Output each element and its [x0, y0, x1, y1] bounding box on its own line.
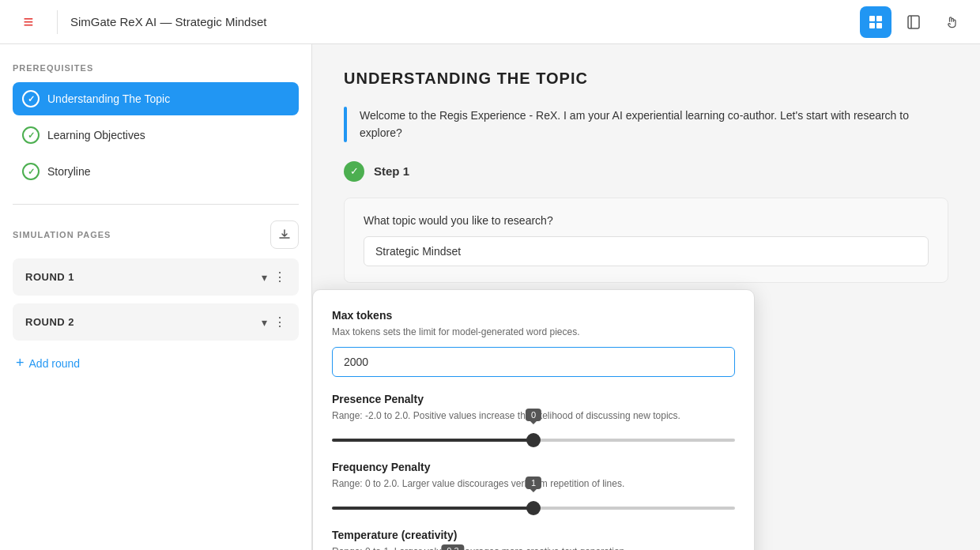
sidebar-divider [13, 204, 299, 205]
presence-slider[interactable] [332, 439, 735, 442]
round2-actions: ▾ ⋮ [262, 315, 286, 330]
sidebar-item-storyline-label: Storyline [47, 165, 90, 178]
book-icon [906, 14, 922, 30]
intro-message: Welcome to the Regis Experience - ReX. I… [344, 107, 948, 142]
check-icon-objectives: ✓ [22, 126, 40, 144]
round1-item[interactable]: ROUND 1 ▾ ⋮ [13, 258, 299, 296]
header-actions [860, 6, 967, 38]
app-title: SimGate ReX AI — Strategic Mindset [70, 15, 266, 28]
add-round-label: Add round [29, 357, 81, 370]
temperature-section: Temperature (creativity) Range: 0 to 1. … [332, 529, 735, 550]
svg-rect-0 [869, 16, 875, 21]
check-icon-understanding: ✓ [22, 90, 40, 107]
hand-icon [944, 14, 959, 30]
prerequisites-label: PREREQUISITES [13, 63, 299, 73]
logo: ≡ [13, 6, 44, 38]
intro-text: Welcome to the Regis Experience - ReX. I… [360, 107, 948, 142]
app-header: ≡ SimGate ReX AI — Strategic Mindset [0, 0, 980, 44]
logo-icon: ≡ [24, 12, 34, 32]
step1-header: ✓ Step 1 [344, 161, 948, 182]
content-area: UNDERSTANDING THE TOPIC Welcome to the R… [312, 44, 980, 550]
sidebar-item-objectives[interactable]: ✓ Learning Objectives [13, 119, 299, 152]
presence-label: Presence Penalty [332, 393, 735, 405]
main-layout: PREREQUISITES ✓ Understanding The Topic … [0, 44, 980, 550]
sim-pages-header: SIMULATION PAGES [13, 220, 299, 249]
max-tokens-input[interactable] [332, 347, 735, 377]
svg-rect-1 [876, 16, 882, 21]
download-button[interactable] [270, 220, 299, 249]
round1-actions: ▾ ⋮ [262, 269, 286, 284]
round2-chevron-icon: ▾ [262, 316, 267, 329]
sidebar-item-understanding-label: Understanding The Topic [47, 92, 170, 105]
round1-dots-icon[interactable]: ⋮ [273, 269, 286, 284]
simulation-pages-label: SIMULATION PAGES [13, 230, 111, 239]
round2-label: ROUND 2 [25, 316, 74, 328]
step1-label: Step 1 [374, 164, 409, 178]
presence-tooltip: 0 [526, 409, 541, 421]
sidebar-item-storyline[interactable]: ✓ Storyline [13, 155, 299, 188]
round1-chevron-icon: ▾ [262, 271, 267, 284]
svg-rect-4 [908, 16, 919, 28]
book-button[interactable] [898, 6, 929, 38]
download-icon [278, 228, 291, 241]
dashboard-button[interactable] [860, 6, 891, 38]
svg-rect-2 [869, 23, 875, 28]
frequency-section: Frequency Penalty Range: 0 to 2.0. Large… [332, 461, 735, 513]
round1-label: ROUND 1 [25, 271, 74, 283]
sidebar-item-understanding[interactable]: ✓ Understanding The Topic [13, 82, 299, 115]
question-text: What topic would you like to research? [364, 214, 929, 227]
question-card: What topic would you like to research? S… [344, 198, 948, 283]
dashboard-icon [868, 14, 884, 30]
frequency-tooltip: 1 [526, 477, 541, 489]
content-title: UNDERSTANDING THE TOPIC [344, 70, 948, 88]
temperature-tooltip: 0.3 [441, 544, 464, 550]
presence-section: Presence Penalty Range: -2.0 to 2.0. Pos… [332, 393, 735, 445]
blue-bar [344, 107, 347, 142]
frequency-slider[interactable] [332, 507, 735, 510]
check-icon-storyline: ✓ [22, 163, 40, 180]
max-tokens-desc: Max tokens sets the limit for model-gene… [332, 325, 735, 339]
answer-field: Strategic Mindset [364, 236, 929, 266]
sidebar-item-objectives-label: Learning Objectives [47, 129, 145, 141]
round2-item[interactable]: ROUND 2 ▾ ⋮ [13, 303, 299, 341]
frequency-label: Frequency Penalty [332, 461, 735, 473]
hand-button[interactable] [936, 6, 967, 38]
settings-popup: Max tokens Max tokens sets the limit for… [312, 289, 755, 550]
temperature-desc: Range: 0 to 1. Larger value encourages m… [332, 544, 735, 550]
frequency-slider-container: 1 [332, 499, 735, 513]
presence-slider-container: 0 [332, 431, 735, 445]
round2-dots-icon[interactable]: ⋮ [273, 315, 286, 330]
step1-check-icon: ✓ [344, 161, 364, 182]
add-round-button[interactable]: + Add round [13, 348, 83, 378]
max-tokens-label: Max tokens [332, 309, 735, 322]
temperature-label: Temperature (creativity) [332, 529, 735, 541]
sidebar: PREREQUISITES ✓ Understanding The Topic … [0, 44, 312, 550]
max-tokens-section: Max tokens Max tokens sets the limit for… [332, 309, 735, 377]
add-round-plus-icon: + [16, 355, 24, 371]
svg-rect-3 [876, 23, 882, 28]
header-divider [57, 10, 58, 34]
